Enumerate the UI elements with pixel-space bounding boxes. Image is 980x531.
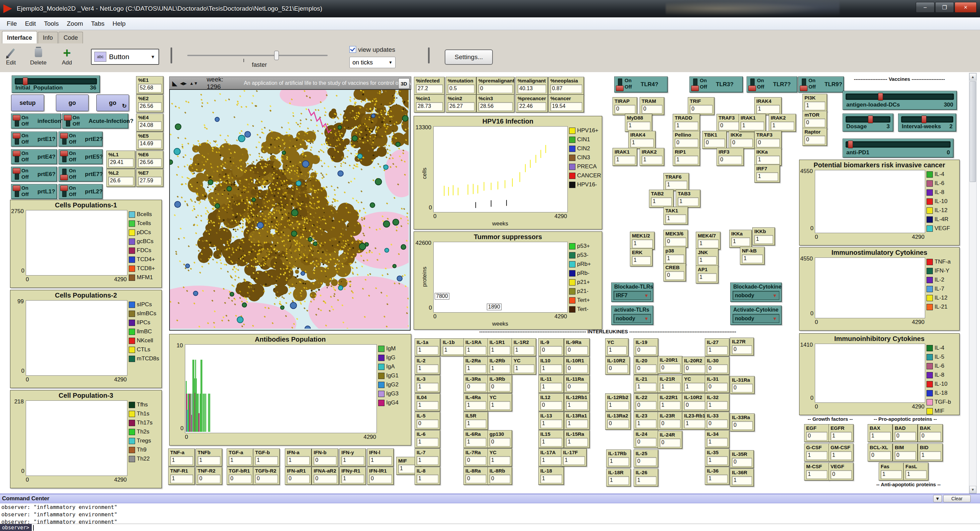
- switch-prtl1[interactable]: OnOffprtL1?: [11, 184, 57, 199]
- chooser-dropdown[interactable]: nobody▼: [614, 314, 651, 323]
- switch-handle[interactable]: [691, 86, 699, 91]
- menu-item-zoom[interactable]: Zoom: [63, 19, 87, 29]
- switch-handle[interactable]: [13, 115, 21, 120]
- y-axis-label: proteins: [421, 267, 428, 287]
- tab-info[interactable]: Info: [38, 32, 58, 43]
- switch-handle[interactable]: [616, 86, 624, 91]
- widget-type-dropdown[interactable]: abc Button ▼: [91, 49, 159, 65]
- monitor-value: 0: [895, 452, 915, 458]
- scrollbar-thumb[interactable]: [970, 81, 976, 182]
- maximize-button[interactable]: ❐: [935, 2, 954, 13]
- view-pan-vertical-icon[interactable]: ▲▼: [189, 81, 198, 86]
- menu-item-file[interactable]: File: [3, 19, 21, 29]
- slider-initial-population[interactable]: Initial_Population36: [12, 76, 100, 93]
- slider-anti-pd1[interactable]: anti-PD10: [843, 139, 954, 158]
- slider-handle[interactable]: [878, 93, 883, 100]
- view-3d-button[interactable]: 3D: [398, 78, 410, 89]
- menu-item-tools[interactable]: Tools: [40, 19, 62, 29]
- switch-tlr7[interactable]: OnOffTLR7?: [747, 76, 797, 92]
- add-tool[interactable]: + Add: [62, 46, 72, 66]
- chooser-activate-tlrs[interactable]: activate-TLRsnobody▼: [611, 306, 653, 325]
- chooser-dropdown[interactable]: IRF7▼: [614, 291, 651, 300]
- switch-handle[interactable]: [748, 86, 756, 91]
- view-updates-checkbox[interactable]: view updates: [349, 46, 395, 54]
- monitor-value: 19.54: [551, 103, 582, 109]
- monitor-value: 0: [719, 156, 741, 163]
- update-mode-dropdown[interactable]: on ticks ▼: [349, 57, 396, 68]
- monitor-field: 1: [630, 139, 654, 147]
- button-go[interactable]: go: [56, 95, 89, 111]
- menu-item-tabs[interactable]: Tabs: [87, 19, 108, 29]
- legend-swatch: [129, 420, 135, 426]
- slider-handle[interactable]: [23, 78, 28, 85]
- switch-handle[interactable]: [64, 115, 72, 120]
- slider-dosage[interactable]: Dosage3: [843, 114, 893, 132]
- menu-item-help[interactable]: Help: [108, 19, 129, 29]
- monitor-field: 1: [465, 365, 486, 373]
- switch-tlr9[interactable]: OnOffTLR9?: [798, 76, 844, 92]
- chooser-blockade-cytokine[interactable]: Blockade-Cytokinenobody▼: [730, 282, 782, 302]
- world-view[interactable]: [169, 89, 410, 331]
- switch-handle[interactable]: [60, 151, 68, 156]
- clear-button[interactable]: Clear: [943, 495, 970, 502]
- switch-prtl2[interactable]: OnOffprtL2?: [59, 184, 103, 199]
- close-button[interactable]: ×: [955, 2, 977, 13]
- slider-handle[interactable]: [921, 116, 926, 123]
- slider-antigen-loaded-dcs[interactable]: antigen-loaded-DCs300: [843, 91, 957, 110]
- minimize-button[interactable]: –: [916, 2, 934, 13]
- world-canvas[interactable]: [170, 90, 409, 329]
- switch-handle[interactable]: [60, 175, 68, 180]
- title-bar[interactable]: Ejemplo3_Modelo2D _Ver4 - NetLogo (C:\DA…: [0, 0, 980, 17]
- button-go-forever[interactable]: go↻: [96, 95, 129, 111]
- view-pan-horizontal-icon[interactable]: ◀▶: [180, 81, 186, 86]
- edit-tool[interactable]: Edit: [6, 46, 16, 66]
- switch-handle[interactable]: [60, 133, 68, 139]
- legend-swatch: [569, 173, 576, 179]
- switch-prte7[interactable]: OnOffprtE7?: [59, 166, 103, 182]
- delete-tool[interactable]: Delete: [30, 46, 46, 66]
- slider-handle[interactable]: [848, 141, 853, 148]
- y-max-label: 42600: [415, 240, 431, 246]
- switch-tlr4[interactable]: OnOffTLR4?: [614, 76, 668, 92]
- scroll-up-arrow-icon[interactable]: ▲: [969, 73, 976, 81]
- monitor-value: 0: [642, 105, 662, 112]
- command-center-popout-icon[interactable]: ▼: [933, 495, 942, 502]
- switch-handle[interactable]: [60, 185, 68, 191]
- legend-item-ifn-y: IFN-Y: [926, 267, 959, 274]
- switch-prte1[interactable]: OnOffprtE1?: [11, 132, 57, 147]
- switch-handle[interactable]: [13, 185, 21, 191]
- switch-prte5[interactable]: OnOffprtE5?: [59, 149, 103, 164]
- switch-handle[interactable]: [13, 151, 21, 156]
- scroll-down-arrow-icon[interactable]: ▼: [969, 486, 976, 493]
- speed-slider-thumb[interactable]: [274, 51, 279, 60]
- tab-code[interactable]: Code: [59, 32, 83, 43]
- switch-prte6[interactable]: OnOffprtE6?: [11, 166, 57, 182]
- x-zero-label: 0: [26, 276, 39, 283]
- view-resize-icon[interactable]: ◣: [172, 79, 177, 87]
- chooser-activate-cytokine[interactable]: Activate-Cytokinenobody▼: [730, 306, 782, 325]
- switch-tlr3[interactable]: OnOffTLR3?: [689, 76, 743, 92]
- menu-item-edit[interactable]: Edit: [21, 19, 40, 29]
- monitor-il-19: IL-190: [633, 338, 659, 356]
- vertical-scrollbar[interactable]: ▲ ▼: [969, 73, 977, 494]
- tab-interface[interactable]: Interface: [2, 31, 37, 43]
- switch-prte2[interactable]: OnOffprtE2?: [59, 132, 103, 147]
- switch-handle[interactable]: [800, 86, 807, 91]
- command-prompt[interactable]: observer>: [0, 524, 980, 531]
- slider-handle[interactable]: [868, 116, 873, 123]
- slider-track: [15, 78, 97, 84]
- switch-acute-infection[interactable]: OnOffAcute-Infection?: [62, 114, 128, 128]
- y-max-label: 4550: [800, 168, 813, 175]
- switch-handle[interactable]: [13, 168, 21, 174]
- speed-slider[interactable]: faster: [187, 50, 328, 56]
- switch-prte4[interactable]: OnOffprtE4?: [11, 149, 57, 164]
- switch-handle[interactable]: [13, 133, 21, 139]
- command-center-header[interactable]: Command Center ▼ Clear: [0, 494, 980, 503]
- chooser-dropdown[interactable]: nobody▼: [733, 291, 780, 300]
- switch-infection[interactable]: OnOffinfection?: [11, 114, 61, 128]
- settings-button[interactable]: Settings...: [445, 49, 493, 65]
- slider-interval-weeks[interactable]: Interval-weeks2: [898, 114, 956, 132]
- button-setup[interactable]: setup: [11, 95, 44, 111]
- chooser-blockade-tlrs[interactable]: Blockade-TLRsIRF7▼: [611, 282, 653, 302]
- chooser-dropdown[interactable]: nobody▼: [733, 314, 780, 323]
